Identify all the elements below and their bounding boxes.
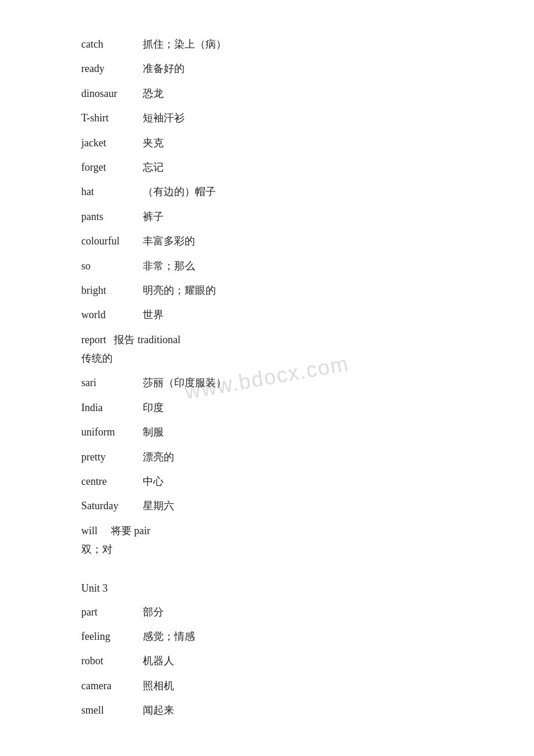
chinese-meaning: 闻起来 [143, 701, 174, 719]
unit3-list: part 部分 feeling 感觉；情感 robot 机器人 camera 照… [81, 603, 453, 720]
list-item: part 部分 [81, 603, 453, 621]
chinese-meaning: 感觉；情感 [143, 627, 195, 646]
chinese-meaning: （有边的）帽子 [143, 182, 216, 201]
english-word: will 将要 pair [81, 525, 150, 537]
english-word: jacket [81, 134, 134, 152]
english-word: feeling [81, 627, 134, 646]
english-word: ready [81, 59, 134, 78]
list-item: will 将要 pair 双；对 [81, 521, 453, 559]
list-item: camera 照相机 [81, 676, 453, 695]
vocab-list: catch 抓住；染上（病） ready 准备好的 dinosaur 恐龙 T-… [81, 35, 453, 559]
chinese-meaning: 部分 [143, 603, 164, 621]
english-word: hat [81, 182, 134, 201]
english-word: Saturday [81, 496, 134, 515]
chinese-meaning: 世界 [143, 305, 164, 324]
list-item: forget 忘记 [81, 158, 453, 177]
chinese-meaning: 丰富多彩的 [143, 232, 195, 250]
chinese-meaning: 短袖汗衫 [143, 109, 185, 127]
english-word: sari [81, 373, 134, 392]
english-word: India [81, 398, 134, 417]
list-item: hat （有边的）帽子 [81, 182, 453, 201]
english-word: dinosaur [81, 84, 134, 103]
list-item: smell 闻起来 [81, 701, 453, 719]
list-item: centre 中心 [81, 472, 453, 491]
list-item: pants 裤子 [81, 207, 453, 226]
chinese-meaning: 双；对 [81, 543, 113, 555]
english-word: so [81, 257, 134, 275]
chinese-meaning: 明亮的；耀眼的 [143, 281, 216, 300]
chinese-meaning: 机器人 [143, 651, 174, 670]
chinese-meaning: 恐龙 [143, 84, 164, 103]
english-word: pretty [81, 448, 134, 466]
list-item: pretty 漂亮的 [81, 448, 453, 466]
english-word: uniform [81, 423, 134, 441]
chinese-meaning: 莎丽（印度服装） [143, 373, 226, 392]
english-word: world [81, 305, 134, 324]
list-item: catch 抓住；染上（病） [81, 35, 453, 53]
english-word: pants [81, 207, 134, 226]
chinese-meaning: 夹克 [143, 134, 164, 152]
chinese-meaning: 漂亮的 [143, 448, 174, 466]
list-item: bright 明亮的；耀眼的 [81, 281, 453, 300]
english-word: centre [81, 472, 134, 491]
list-item: uniform 制服 [81, 423, 453, 441]
list-item: ready 准备好的 [81, 59, 453, 78]
list-item: sari 莎丽（印度服装） [81, 373, 453, 392]
list-item: T-shirt 短袖汗衫 [81, 109, 453, 127]
chinese-meaning: 非常；那么 [143, 257, 195, 275]
page-content: catch 抓住；染上（病） ready 准备好的 dinosaur 恐龙 T-… [0, 0, 534, 756]
list-item: dinosaur 恐龙 [81, 84, 453, 103]
unit3-header: Unit 3 [81, 582, 453, 595]
english-word: T-shirt [81, 109, 134, 127]
english-word: report 报告 traditional [81, 334, 181, 345]
chinese-meaning: 制服 [143, 423, 164, 441]
english-word: part [81, 603, 134, 621]
chinese-meaning: 抓住；染上（病） [143, 35, 226, 53]
english-word: bright [81, 281, 134, 300]
english-word: robot [81, 651, 134, 670]
list-item: world 世界 [81, 305, 453, 324]
chinese-meaning: 准备好的 [143, 59, 185, 78]
english-word: forget [81, 158, 134, 177]
english-word: colourful [81, 232, 134, 250]
chinese-meaning: 中心 [143, 472, 164, 491]
list-item: jacket 夹克 [81, 134, 453, 152]
list-item: report 报告 traditional 传统的 [81, 330, 453, 368]
chinese-meaning: 传统的 [81, 352, 113, 364]
list-item: robot 机器人 [81, 651, 453, 670]
chinese-meaning: 忘记 [143, 158, 164, 177]
chinese-meaning: 星期六 [143, 496, 174, 515]
list-item: so 非常；那么 [81, 257, 453, 275]
chinese-meaning: 裤子 [143, 207, 164, 226]
english-word: catch [81, 35, 134, 53]
list-item: India 印度 [81, 398, 453, 417]
list-item: Saturday 星期六 [81, 496, 453, 515]
english-word: camera [81, 676, 134, 695]
chinese-meaning: 印度 [143, 398, 164, 417]
list-item: colourful 丰富多彩的 [81, 232, 453, 250]
english-word: smell [81, 701, 134, 719]
chinese-meaning: 照相机 [143, 676, 174, 695]
list-item: feeling 感觉；情感 [81, 627, 453, 646]
